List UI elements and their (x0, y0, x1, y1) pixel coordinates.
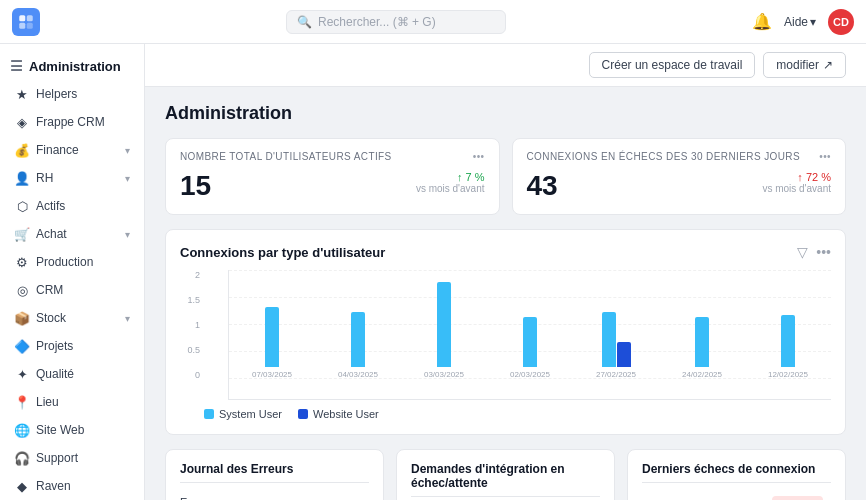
sidebar-item-finance[interactable]: 💰 Finance ▾ (4, 137, 140, 163)
bottom-card-title: Demandes d'intégration en échec/attente (411, 462, 600, 497)
bar-website (617, 342, 631, 367)
modifier-button[interactable]: modifier ↗ (763, 52, 846, 78)
sidebar-item-label: Support (36, 451, 130, 465)
badge-echoue: • Échoué (772, 496, 823, 500)
chart-title: Connexions par type d'utilisateur (180, 245, 385, 260)
chevron-icon: ▾ (125, 313, 130, 324)
sidebar-item-label: Production (36, 255, 130, 269)
sidebar-item-qualite[interactable]: ✦ Qualité (4, 361, 140, 387)
qualite-icon: ✦ (14, 366, 30, 382)
site-web-icon: 🌐 (14, 422, 30, 438)
bar-system (265, 307, 279, 367)
bottom-card-title: Derniers échecs de connexion (642, 462, 831, 483)
finance-icon: 💰 (14, 142, 30, 158)
stat-card-failed-connections: CONNEXIONS EN ÉCHECS DES 30 DERNIERS JOU… (512, 138, 847, 215)
more-options-icon[interactable]: ••• (816, 244, 831, 260)
bottom-row: Journal des Erreurs Error Il y a 9 heure… (165, 449, 846, 500)
sidebar-item-label: Actifs (36, 199, 130, 213)
sidebar-item-achat[interactable]: 🛒 Achat ▾ (4, 221, 140, 247)
bar-system (351, 312, 365, 367)
bar-label: 04/03/2025 (338, 370, 378, 379)
list-item: Error Il y a 9 heures • Non Vu › (180, 491, 369, 500)
content-area: Administration NOMBRE TOTAL D'UTILISATEU… (145, 87, 866, 500)
sidebar-item-production[interactable]: ⚙ Production (4, 249, 140, 275)
sidebar-item-label: Site Web (36, 423, 130, 437)
sidebar-item-stock[interactable]: 📦 Stock ▾ (4, 305, 140, 331)
hamburger-icon[interactable]: ☰ (10, 58, 23, 74)
y-axis: 2 1.5 1 0.5 0 (180, 270, 200, 380)
sidebar-item-label: RH (36, 171, 119, 185)
svg-rect-2 (19, 22, 25, 28)
bar-system (523, 317, 537, 367)
bar-label: 27/02/2025 (596, 370, 636, 379)
sidebar-item-helpers[interactable]: ★ Helpers (4, 81, 140, 107)
sidebar-item-label: Raven (36, 479, 130, 493)
sidebar-item-raven[interactable]: ◆ Raven (4, 473, 140, 499)
chart-legend: System User Website User (180, 408, 831, 420)
more-options-icon[interactable]: ••• (473, 151, 485, 162)
chevron-icon: ▾ (125, 173, 130, 184)
stat-badge: ↑ 7 % vs mois d'avant (416, 171, 485, 194)
bar-group-3: 03/03/2025 (401, 282, 487, 379)
rh-icon: 👤 (14, 170, 30, 186)
stat-vs: vs mois d'avant (416, 183, 485, 194)
sidebar-item-label: Frappe CRM (36, 115, 130, 129)
main-content: Créer un espace de travail modifier ↗ Ad… (145, 44, 866, 500)
bar-label: 03/03/2025 (424, 370, 464, 379)
topbar: 🔍 Rechercher... (⌘ + G) 🔔 Aide ▾ CD (0, 0, 866, 44)
bar-label: 07/03/2025 (252, 370, 292, 379)
sidebar-item-frappe-crm[interactable]: ◈ Frappe CRM (4, 109, 140, 135)
sidebar-item-projets[interactable]: 🔷 Projets (4, 333, 140, 359)
sidebar-item-lieu[interactable]: 📍 Lieu (4, 389, 140, 415)
search-area: 🔍 Rechercher... (⌘ + G) (50, 10, 742, 34)
sidebar-item-label: Lieu (36, 395, 130, 409)
bar-system (781, 315, 795, 367)
sidebar-item-label: Stock (36, 311, 119, 325)
item-name: Error (180, 496, 310, 500)
aide-button[interactable]: Aide ▾ (784, 15, 816, 29)
sidebar-item-crm[interactable]: ◎ CRM (4, 277, 140, 303)
create-workspace-button[interactable]: Créer un espace de travail (589, 52, 756, 78)
chevron-icon: ▾ (125, 229, 130, 240)
bottom-card-demandes: Demandes d'intégration en échec/attente … (396, 449, 615, 500)
bottom-card-title: Journal des Erreurs (180, 462, 369, 483)
filter-icon[interactable]: ▽ (797, 244, 808, 260)
chevron-icon: ▾ (125, 145, 130, 156)
modifier-label: modifier (776, 58, 819, 72)
more-options-icon[interactable]: ••• (819, 151, 831, 162)
search-box[interactable]: 🔍 Rechercher... (⌘ + G) (286, 10, 506, 34)
sidebar-item-label: Finance (36, 143, 119, 157)
notification-icon[interactable]: 🔔 (752, 12, 772, 31)
sidebar-item-label: CRM (36, 283, 130, 297)
stat-badge: ↑ 72 % vs mois d'avant (762, 171, 831, 194)
legend-label-system: System User (219, 408, 282, 420)
lieu-icon: 📍 (14, 394, 30, 410)
stat-pct: ↑ 72 % (797, 171, 831, 183)
bar-label: 12/02/2025 (768, 370, 808, 379)
stat-card-active-users: NOMBRE TOTAL D'UTILISATEURS ACTIFS ••• 1… (165, 138, 500, 215)
search-icon: 🔍 (297, 15, 312, 29)
chart-card: Connexions par type d'utilisateur ▽ ••• … (165, 229, 846, 435)
production-icon: ⚙ (14, 254, 30, 270)
chevron-down-icon: ▾ (810, 15, 816, 29)
legend-dot-website (298, 409, 308, 419)
legend-dot-system (204, 409, 214, 419)
bar-group-4: 02/03/2025 (487, 317, 573, 379)
sidebar-item-rh[interactable]: 👤 RH ▾ (4, 165, 140, 191)
sidebar-item-actifs[interactable]: ⬡ Actifs (4, 193, 140, 219)
bar-system (602, 312, 616, 367)
sidebar-title: Administration (29, 59, 121, 74)
chart-area: 07/03/2025 04/03/2025 03/0 (228, 270, 831, 400)
search-placeholder: Rechercher... (⌘ + G) (318, 15, 436, 29)
stock-icon: 📦 (14, 310, 30, 326)
bar-label: 24/02/2025 (682, 370, 722, 379)
logo[interactable] (12, 8, 40, 36)
stat-pct: ↑ 7 % (457, 171, 485, 183)
sidebar-item-site-web[interactable]: 🌐 Site Web (4, 417, 140, 443)
bottom-card-echecs-connexion: Derniers échecs de connexion Code de Vér… (627, 449, 846, 500)
bar-group-5: 27/02/2025 (573, 312, 659, 379)
avatar[interactable]: CD (828, 9, 854, 35)
projets-icon: 🔷 (14, 338, 30, 354)
bar-label: 02/03/2025 (510, 370, 550, 379)
sidebar-item-support[interactable]: 🎧 Support (4, 445, 140, 471)
